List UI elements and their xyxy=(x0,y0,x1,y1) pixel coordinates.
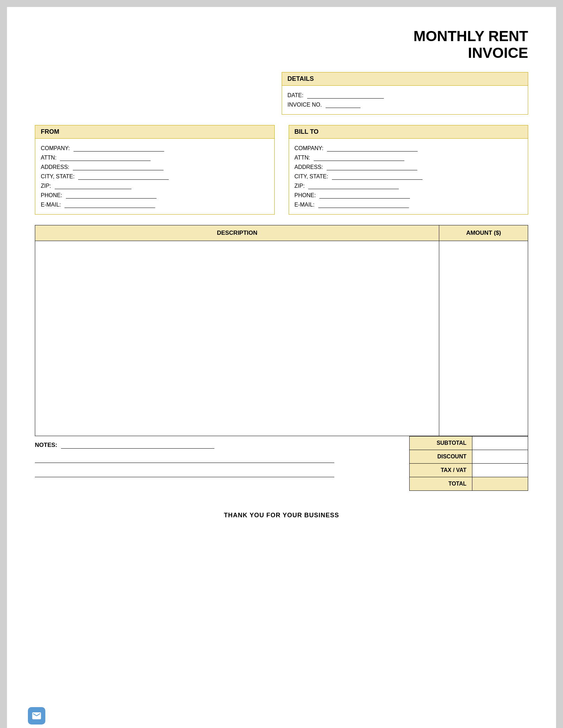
billto-address-value[interactable] xyxy=(327,164,417,170)
from-billto-section: FROM COMPANY: ATTN: ADDRESS: CITY, STATE… xyxy=(35,125,528,215)
billto-zip-row: ZIP: xyxy=(295,183,523,189)
date-line[interactable] xyxy=(307,92,384,99)
billto-city-state-row: CITY, STATE: xyxy=(295,173,523,180)
from-section: FROM COMPANY: ATTN: ADDRESS: CITY, STATE… xyxy=(35,125,275,215)
amount-col-header: AMOUNT ($) xyxy=(439,225,528,241)
notes-line-2[interactable] xyxy=(35,456,334,463)
billto-email-row: E-MAIL: xyxy=(295,201,523,208)
from-email-label: E-MAIL: xyxy=(41,202,61,208)
date-field-row: DATE: xyxy=(288,92,523,99)
billto-phone-value[interactable] xyxy=(319,192,410,199)
from-body: COMPANY: ATTN: ADDRESS: CITY, STATE: ZIP xyxy=(35,139,274,214)
amount-cell[interactable] xyxy=(439,241,528,436)
invoice-page: MONTHLY RENT INVOICE DETAILS DATE: INVOI… xyxy=(7,7,556,728)
billto-body: COMPANY: ATTN: ADDRESS: CITY, STATE: ZIP xyxy=(289,139,528,214)
from-company-value[interactable] xyxy=(74,145,164,152)
billto-phone-label: PHONE: xyxy=(295,192,316,198)
billto-company-row: COMPANY: xyxy=(295,145,523,152)
notes-row: NOTES: xyxy=(35,442,409,449)
from-zip-label: ZIP: xyxy=(41,183,51,189)
subtotal-label: SUBTOTAL xyxy=(410,436,472,450)
table-row xyxy=(35,241,528,436)
billto-attn-row: ATTN: xyxy=(295,154,523,161)
from-city-state-label: CITY, STATE: xyxy=(41,173,75,179)
billto-email-label: E-MAIL: xyxy=(295,202,315,208)
invoice-no-field-row: INVOICE NO. xyxy=(288,101,523,108)
from-phone-row: PHONE: xyxy=(41,192,269,199)
tax-vat-label: TAX / VAT xyxy=(410,463,472,477)
details-header: DETAILS xyxy=(282,72,528,86)
billto-attn-value[interactable] xyxy=(314,154,404,161)
from-attn-label: ATTN: xyxy=(41,155,56,161)
from-address-row: ADDRESS: xyxy=(41,164,269,170)
billto-attn-label: ATTN: xyxy=(295,155,310,161)
notes-label: NOTES: xyxy=(35,442,57,448)
billto-zip-label: ZIP: xyxy=(295,183,305,189)
from-email-value[interactable] xyxy=(64,201,155,208)
app-icon-svg xyxy=(31,711,42,721)
totals-table: SUBTOTAL DISCOUNT TAX / VAT TOTAL xyxy=(409,436,528,491)
billto-city-state-value[interactable] xyxy=(332,173,423,180)
subtotal-row: SUBTOTAL xyxy=(410,436,528,450)
from-phone-label: PHONE: xyxy=(41,192,62,198)
notes-line-1[interactable] xyxy=(61,442,214,449)
invoice-no-line[interactable] xyxy=(326,101,360,108)
invoice-title-section: MONTHLY RENT INVOICE xyxy=(35,28,528,62)
bottom-section: NOTES: SUBTOTAL DISCOUNT TAX / VAT xyxy=(35,436,528,491)
tax-row: TAX / VAT xyxy=(410,463,528,477)
total-row: TOTAL xyxy=(410,477,528,490)
billto-email-value[interactable] xyxy=(318,201,409,208)
notes-section: NOTES: xyxy=(35,436,409,491)
from-city-state-value[interactable] xyxy=(78,173,169,180)
from-header: FROM xyxy=(35,125,274,139)
from-phone-value[interactable] xyxy=(66,192,157,199)
discount-row: DISCOUNT xyxy=(410,450,528,463)
subtotal-value[interactable] xyxy=(472,436,528,450)
date-label: DATE: xyxy=(288,92,304,98)
from-zip-row: ZIP: xyxy=(41,183,269,189)
billto-company-value[interactable] xyxy=(327,145,418,152)
from-attn-row: ATTN: xyxy=(41,154,269,161)
bottom-app-icon xyxy=(28,707,45,725)
tax-vat-value[interactable] xyxy=(472,463,528,477)
from-company-label: COMPANY: xyxy=(41,145,70,151)
from-address-label: ADDRESS: xyxy=(41,164,69,170)
invoice-title: MONTHLY RENT INVOICE xyxy=(35,28,528,62)
invoice-no-label: INVOICE NO. xyxy=(288,102,322,108)
total-value[interactable] xyxy=(472,477,528,490)
from-zip-value[interactable] xyxy=(55,183,131,189)
description-col-header: DESCRIPTION xyxy=(35,225,439,241)
notes-line-3[interactable] xyxy=(35,471,334,477)
billto-phone-row: PHONE: xyxy=(295,192,523,199)
billto-city-state-label: CITY, STATE: xyxy=(295,173,328,179)
thank-you-text: THANK YOU FOR YOUR BUSINESS xyxy=(35,512,528,519)
billto-header: BILL TO xyxy=(289,125,528,139)
billto-company-label: COMPANY: xyxy=(295,145,324,151)
total-label: TOTAL xyxy=(410,477,472,490)
description-table: DESCRIPTION AMOUNT ($) xyxy=(35,225,528,436)
discount-label: DISCOUNT xyxy=(410,450,472,463)
from-city-state-row: CITY, STATE: xyxy=(41,173,269,180)
billto-zip-value[interactable] xyxy=(308,183,399,189)
billto-section: BILL TO COMPANY: ATTN: ADDRESS: CITY, ST… xyxy=(289,125,528,215)
billto-address-label: ADDRESS: xyxy=(295,164,323,170)
description-cell[interactable] xyxy=(35,241,439,436)
from-email-row: E-MAIL: xyxy=(41,201,269,208)
details-body: DATE: INVOICE NO. xyxy=(282,86,528,115)
details-section: DETAILS DATE: INVOICE NO. xyxy=(282,72,528,115)
from-company-row: COMPANY: xyxy=(41,145,269,152)
from-address-value[interactable] xyxy=(73,164,163,170)
billto-address-row: ADDRESS: xyxy=(295,164,523,170)
from-attn-value[interactable] xyxy=(60,154,151,161)
discount-value[interactable] xyxy=(472,450,528,463)
